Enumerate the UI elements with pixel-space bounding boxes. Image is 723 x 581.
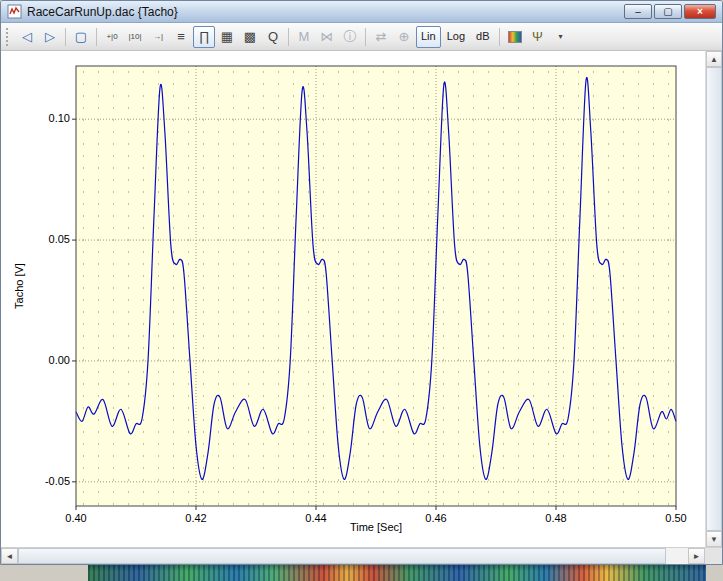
y-tick-label: 0.00 [26, 354, 70, 366]
x-scale-fixed-button[interactable]: |10| [124, 26, 146, 48]
db-scale-icon: dB [476, 31, 489, 42]
x-tick-label: 0.44 [296, 512, 336, 524]
chart-client-area: Tacho [V] Time [Sec] ▲ ▼ 0.400.420.440.4… [1, 51, 722, 547]
link-cursor-button[interactable]: ⇄ [370, 26, 392, 48]
x-tick-label: 0.48 [536, 512, 576, 524]
maximize-button[interactable]: ▢ [654, 4, 682, 19]
grid-toggle-button[interactable]: ≡ [170, 26, 192, 48]
scroll-to-end-icon: →| [153, 33, 163, 41]
db-scale-button[interactable]: dB [471, 26, 494, 48]
play-icon: ▷ [45, 30, 55, 43]
window-title: RaceCarRunUp.dac {Tacho} [27, 5, 624, 19]
marker-icon: ⊕ [399, 30, 410, 43]
prev-event-button[interactable]: ◁ [16, 26, 38, 48]
waveform-plot[interactable] [76, 66, 676, 506]
toolbar-separator [499, 28, 500, 46]
close-button[interactable]: × [684, 4, 716, 19]
scroll-right-arrow[interactable]: ► [688, 548, 705, 564]
zoom-button[interactable]: Q [262, 26, 284, 48]
background-window-strip[interactable] [0, 565, 723, 581]
measure-cursor-button[interactable]: M [293, 26, 315, 48]
curve-window: RaceCarRunUp.dac {Tacho} – ▢ × ◁▷▢+|0|10… [0, 0, 723, 565]
log-scale-icon: Log [447, 31, 465, 42]
link-cursor-icon: ⇄ [376, 30, 387, 43]
screen: RaceCarRunUp.dac {Tacho} – ▢ × ◁▷▢+|0|10… [0, 0, 723, 581]
y-tick-label: 0.10 [26, 112, 70, 124]
y-axis-label: Tacho [V] [13, 263, 25, 309]
steps-display-icon: ∏ [199, 30, 210, 43]
palette-icon [508, 31, 522, 43]
vertical-scroll-thumb[interactable] [706, 67, 722, 531]
play-button[interactable]: ▷ [39, 26, 61, 48]
x-tick-label: 0.46 [416, 512, 456, 524]
colormap-display-button[interactable]: ▦ [216, 26, 238, 48]
color-settings-button[interactable] [504, 26, 526, 48]
vertical-scrollbar[interactable]: ▲ ▼ [705, 51, 722, 547]
scroll-left-arrow[interactable]: ◄ [1, 548, 18, 564]
prev-event-icon: ◁ [22, 30, 32, 43]
info-icon: ⓘ [344, 30, 357, 43]
crosshair-icon: ⋈ [321, 30, 334, 43]
toolbar-options-dropdown[interactable]: ▾ [550, 26, 572, 48]
lin-scale-icon: Lin [421, 31, 436, 42]
scroll-down-arrow[interactable]: ▼ [706, 531, 722, 547]
x-tick-label: 0.42 [176, 512, 216, 524]
colormap-display-icon: ▦ [221, 30, 233, 43]
waterfall-display-icon: ▩ [244, 30, 256, 43]
sound-playback-icon: Ψ [532, 30, 543, 43]
marker-button[interactable]: ⊕ [393, 26, 415, 48]
log-scale-button[interactable]: Log [442, 26, 470, 48]
x-tick-label: 0.40 [56, 512, 96, 524]
toolbar-grip[interactable] [6, 28, 11, 46]
measure-cursor-icon: M [299, 30, 310, 43]
window-arrange-button[interactable]: ▢ [70, 26, 92, 48]
scrollbar-corner [705, 548, 722, 564]
scroll-up-arrow[interactable]: ▲ [706, 51, 722, 67]
lin-scale-button[interactable]: Lin [416, 26, 441, 48]
tacho-waveform [76, 77, 676, 479]
toolbar-separator [65, 28, 66, 46]
steps-display-button[interactable]: ∏ [193, 26, 215, 48]
grid-toggle-icon: ≡ [177, 30, 185, 43]
toolbar-separator [365, 28, 366, 46]
y-scale-fixed-icon: +|0 [106, 33, 117, 41]
horizontal-scroll-thumb[interactable] [18, 548, 666, 564]
info-button[interactable]: ⓘ [339, 26, 361, 48]
zoom-icon: Q [268, 30, 278, 43]
y-tick-label: 0.05 [26, 233, 70, 245]
titlebar[interactable]: RaceCarRunUp.dac {Tacho} – ▢ × [1, 1, 722, 23]
window-controls: – ▢ × [624, 4, 718, 19]
toolbar-options-icon: ▾ [559, 33, 563, 41]
waterfall-display-button[interactable]: ▩ [239, 26, 261, 48]
horizontal-scrollbar[interactable]: ◄ ► [1, 547, 722, 564]
window-arrange-icon: ▢ [75, 30, 87, 43]
x-scale-fixed-icon: |10| [128, 33, 141, 41]
scroll-to-end-button[interactable]: →| [147, 26, 169, 48]
crosshair-button[interactable]: ⋈ [316, 26, 338, 48]
x-axis-label: Time [Sec] [350, 521, 402, 533]
toolbar-separator [96, 28, 97, 46]
x-tick-label: 0.50 [656, 512, 696, 524]
y-scale-fixed-button[interactable]: +|0 [101, 26, 123, 48]
background-colormap-preview[interactable] [88, 565, 706, 581]
toolbar-separator [288, 28, 289, 46]
y-tick-label: -0.05 [26, 475, 70, 487]
minimize-button[interactable]: – [624, 4, 652, 19]
sound-playback-button[interactable]: Ψ [527, 26, 549, 48]
app-icon [7, 4, 22, 19]
toolbar: ◁▷▢+|0|10|→|≡∏▦▩QM⋈ⓘ⇄⊕LinLogdBΨ▾ [1, 23, 722, 51]
